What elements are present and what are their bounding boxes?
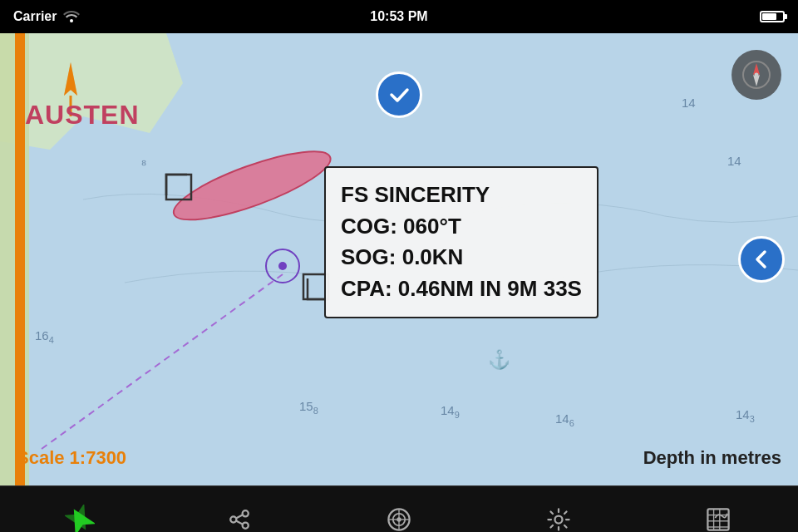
svg-marker-12	[64, 62, 77, 96]
svg-point-20	[230, 516, 236, 522]
carrier-label: Carrier	[13, 9, 57, 24]
svg-point-17	[755, 73, 759, 77]
cog-value: COG: 060°T	[341, 211, 582, 243]
depth-label: Depth in metres	[643, 447, 781, 469]
svg-line-24	[236, 520, 242, 524]
depth-14b: 14	[727, 154, 741, 168]
tab-navigate[interactable]: Navigate	[0, 486, 160, 532]
check-button[interactable]	[376, 71, 422, 118]
ais-popup: FS SINCERITY COG: 060°T SOG: 0.0KN CPA: …	[324, 166, 598, 318]
compass-button[interactable]	[732, 50, 781, 100]
status-time: 10:53 PM	[370, 9, 427, 24]
depth-15: 158	[299, 399, 318, 416]
vessel-name: FS SINCERITY	[341, 180, 582, 211]
settings-icon	[544, 505, 574, 533]
svg-point-21	[243, 510, 249, 516]
navigate-icon	[65, 505, 95, 533]
battery-icon	[760, 11, 785, 22]
ais-icon	[384, 505, 414, 533]
austen-label: AUSTEN	[25, 100, 140, 131]
map-area: ⚓ AUSTEN 14 14 16	[0, 33, 798, 485]
tab-settings[interactable]: Settings	[479, 486, 638, 532]
svg-point-22	[243, 522, 249, 528]
tab-bar: Navigate Routes AIS	[0, 485, 798, 532]
scale-indicator: Scale 1:7300	[17, 447, 126, 469]
status-right	[760, 11, 785, 22]
orange-bar	[15, 33, 25, 485]
cpa-value: CPA: 0.46NM IN 9M 33S	[341, 273, 582, 305]
svg-point-10	[278, 262, 287, 270]
depth-16: 164	[35, 328, 54, 345]
wifi-icon	[63, 9, 80, 25]
depth-14c: 149	[441, 403, 460, 420]
svg-text:⚓: ⚓	[488, 348, 511, 371]
depth-14a: 14	[682, 96, 696, 110]
depth-8: ₈	[141, 154, 146, 169]
charts-icon	[703, 505, 733, 533]
depth-14d: 146	[555, 411, 574, 428]
status-bar: Carrier 10:53 PM	[0, 0, 798, 33]
sog-value: SOG: 0.0KN	[341, 242, 582, 273]
back-button[interactable]	[738, 236, 785, 283]
svg-point-30	[555, 515, 563, 523]
svg-line-23	[236, 515, 242, 518]
status-left: Carrier	[13, 9, 80, 25]
tab-charts[interactable]: Charts	[638, 486, 798, 532]
routes-icon	[224, 505, 254, 533]
tab-ais[interactable]: AIS	[319, 486, 479, 532]
depth-14e: 143	[736, 407, 755, 424]
tab-routes[interactable]: Routes	[160, 486, 319, 532]
